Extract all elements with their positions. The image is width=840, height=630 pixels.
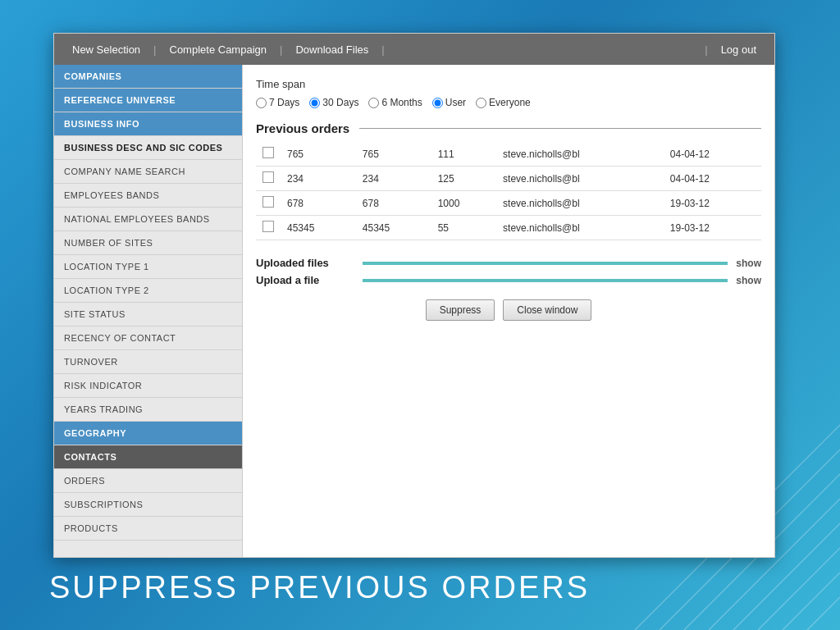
order-email: steve.nicholls@bl <box>496 191 664 216</box>
order-col1: 765 <box>281 142 356 167</box>
radio-7days-input[interactable] <box>256 98 267 108</box>
sidebar-item-10[interactable]: SITE STATUS <box>54 303 242 326</box>
sidebar-item-11[interactable]: RECENCY OF CONTACT <box>54 326 242 350</box>
uploaded-files-show[interactable]: show <box>736 258 761 269</box>
order-date: 04-04-12 <box>664 142 761 167</box>
upload-file-row: Upload a file show <box>256 274 761 286</box>
svg-line-5 <box>758 548 840 630</box>
sidebar-item-6[interactable]: NATIONAL EMPLOYEES BANDS <box>54 208 242 231</box>
sidebar-item-1[interactable]: REFERENCE UNIVERSE <box>54 89 242 112</box>
radio-30days-input[interactable] <box>309 98 320 108</box>
sidebar-item-19[interactable]: PRODUCTS <box>54 517 242 541</box>
table-row: 234 234 125 steve.nicholls@bl 04-04-12 <box>256 167 761 191</box>
table-row: 678 678 1000 steve.nicholls@bl 19-03-12 <box>256 191 761 216</box>
nav-sep-3: | <box>378 43 387 56</box>
radio-6months[interactable]: 6 Months <box>368 97 422 108</box>
radio-6months-label: 6 Months <box>381 97 422 108</box>
order-col2: 234 <box>356 167 431 191</box>
page-title: SUPPRESS PREVIOUS ORDERS <box>49 570 590 605</box>
nav-sep-4: | <box>701 43 710 56</box>
sidebar-item-0[interactable]: COMPANIES <box>54 65 242 89</box>
order-col1: 45345 <box>281 216 356 240</box>
sidebar-item-5[interactable]: EMPLOYEES BANDS <box>54 184 242 208</box>
body-layout: COMPANIESREFERENCE UNIVERSEBUSINESS INFO… <box>54 65 774 557</box>
upload-file-bar <box>363 279 728 282</box>
nav-download-files[interactable]: Download Files <box>285 43 378 56</box>
order-col2: 678 <box>356 191 431 216</box>
order-checkbox-cell[interactable] <box>256 142 281 167</box>
order-col3: 125 <box>431 167 496 191</box>
sidebar: COMPANIESREFERENCE UNIVERSEBUSINESS INFO… <box>54 65 243 557</box>
radio-user-label: User <box>445 97 466 108</box>
sidebar-item-3[interactable]: BUSINESS DESC AND SIC CODES <box>54 136 242 160</box>
radio-everyone-input[interactable] <box>476 98 486 108</box>
upload-file-label: Upload a file <box>256 274 354 286</box>
top-nav: New Selection | Complete Campaign | Down… <box>54 34 774 65</box>
order-date: 04-04-12 <box>664 167 761 191</box>
upload-section: Uploaded files show Upload a file show <box>256 257 761 286</box>
table-row: 45345 45345 55 steve.nicholls@bl 19-03-1… <box>256 216 761 240</box>
main-window: New Selection | Complete Campaign | Down… <box>53 33 775 558</box>
uploaded-files-row: Uploaded files show <box>256 257 761 269</box>
order-col3: 1000 <box>431 191 496 216</box>
time-span-section: Time span 7 Days 30 Days 6 Months User <box>256 78 761 108</box>
sidebar-item-18[interactable]: SUBSCRIPTIONS <box>54 493 242 517</box>
radio-30days[interactable]: 30 Days <box>309 97 358 108</box>
sidebar-item-15[interactable]: GEOGRAPHY <box>54 422 242 445</box>
radio-user[interactable]: User <box>432 97 466 108</box>
sidebar-item-14[interactable]: YEARS TRADING <box>54 398 242 422</box>
sidebar-item-2[interactable]: BUSINESS INFO <box>54 112 242 136</box>
order-col3: 111 <box>431 142 496 167</box>
bottom-buttons: Suppress Close window <box>256 299 761 321</box>
suppress-button[interactable]: Suppress <box>426 299 495 321</box>
radio-6months-input[interactable] <box>368 98 379 108</box>
nav-sep-2: | <box>276 43 285 56</box>
order-col1: 678 <box>281 191 356 216</box>
prev-orders-divider <box>359 128 761 129</box>
order-email: steve.nicholls@bl <box>496 142 664 167</box>
orders-table: 765 765 111 steve.nicholls@bl 04-04-12 2… <box>256 142 761 240</box>
order-checkbox-2[interactable] <box>262 196 274 208</box>
radio-everyone-label: Everyone <box>489 97 531 108</box>
sidebar-item-16[interactable]: CONTACTS <box>54 445 242 469</box>
order-col2: 45345 <box>356 216 431 240</box>
upload-file-show[interactable]: show <box>736 275 761 286</box>
sidebar-item-12[interactable]: TURNOVER <box>54 350 242 374</box>
uploaded-files-bar <box>363 262 728 265</box>
order-email: steve.nicholls@bl <box>496 216 664 240</box>
order-checkbox-3[interactable] <box>262 221 274 232</box>
order-date: 19-03-12 <box>664 191 761 216</box>
order-col3: 55 <box>431 216 496 240</box>
uploaded-files-label: Uploaded files <box>256 257 354 269</box>
order-date: 19-03-12 <box>664 216 761 240</box>
order-checkbox-1[interactable] <box>262 171 274 183</box>
time-span-label: Time span <box>256 78 761 90</box>
sidebar-item-9[interactable]: LOCATION TYPE 2 <box>54 279 242 303</box>
content-panel: Time span 7 Days 30 Days 6 Months User <box>243 65 774 557</box>
sidebar-item-8[interactable]: LOCATION TYPE 1 <box>54 255 242 279</box>
order-checkbox-cell[interactable] <box>256 216 281 240</box>
prev-orders-title: Previous orders <box>256 121 349 135</box>
order-col1: 234 <box>281 167 356 191</box>
sidebar-item-7[interactable]: NUMBER OF SITES <box>54 231 242 255</box>
radio-user-input[interactable] <box>432 98 443 108</box>
order-checkbox-cell[interactable] <box>256 191 281 216</box>
radio-group: 7 Days 30 Days 6 Months User Everyone <box>256 97 761 108</box>
prev-orders-header: Previous orders <box>256 121 761 135</box>
radio-everyone[interactable]: Everyone <box>476 97 531 108</box>
table-row: 765 765 111 steve.nicholls@bl 04-04-12 <box>256 142 761 167</box>
nav-log-out[interactable]: Log out <box>711 43 766 56</box>
nav-sep-1: | <box>150 43 159 56</box>
order-col2: 765 <box>356 142 431 167</box>
sidebar-item-4[interactable]: COMPANY NAME SEARCH <box>54 160 242 184</box>
order-checkbox-cell[interactable] <box>256 167 281 191</box>
nav-new-selection[interactable]: New Selection <box>62 43 150 56</box>
sidebar-item-17[interactable]: ORDERS <box>54 469 242 493</box>
svg-line-6 <box>783 573 840 630</box>
svg-line-7 <box>807 597 840 630</box>
radio-7days[interactable]: 7 Days <box>256 97 299 108</box>
close-window-button[interactable]: Close window <box>503 299 591 321</box>
sidebar-item-13[interactable]: RISK INDICATOR <box>54 374 242 398</box>
order-checkbox-0[interactable] <box>262 147 274 158</box>
nav-complete-campaign[interactable]: Complete Campaign <box>160 43 277 56</box>
